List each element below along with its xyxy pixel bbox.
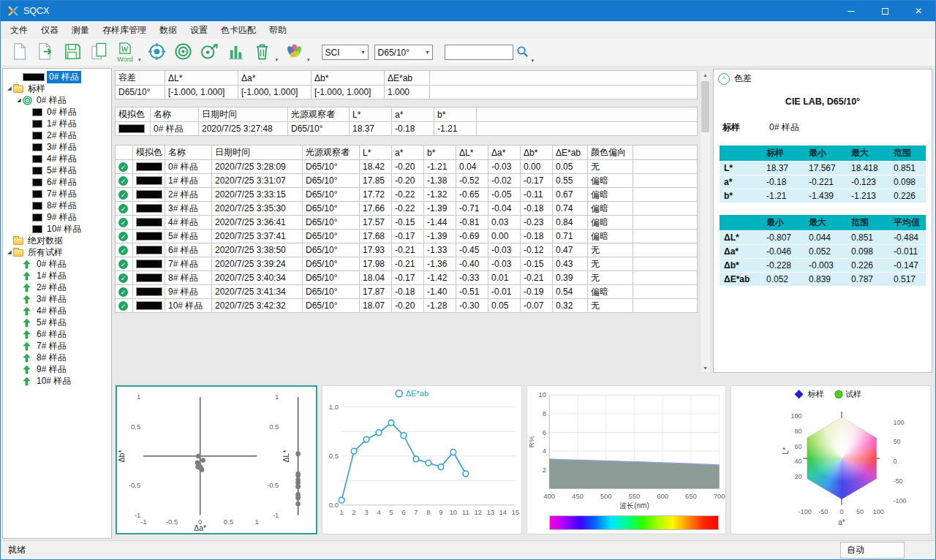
expander-icon[interactable]: ◢	[6, 86, 13, 91]
sample-row[interactable]: ✓4# 样品2020/7/25 3:36:41D65/10°17.57-0.15…	[116, 216, 698, 230]
export-word-button[interactable]: Word	[112, 40, 138, 65]
menu-item[interactable]: 设置	[184, 22, 214, 39]
menu-item[interactable]: 存样库管理	[96, 22, 153, 39]
charts-row: 10.5-0.5-1-1-0.500.51Δb*Δa*10.5-0.5-1ΔL*…	[112, 381, 935, 540]
svg-text:1.0: 1.0	[329, 403, 339, 411]
tree-item[interactable]: 绝对数据	[3, 235, 111, 246]
tree-item[interactable]: 2# 样品	[3, 281, 111, 293]
tolerance-cell: D65/10°	[116, 86, 165, 99]
tree-item[interactable]: 3# 样品	[3, 293, 111, 305]
tolerance-row[interactable]: D65/10°[-1.000, 1.000][-1.000, 1.000][-1…	[116, 86, 698, 99]
save-button[interactable]	[59, 40, 86, 65]
tree-item[interactable]: 6# 样品	[3, 176, 111, 188]
tree-item-label: 6# 样品	[45, 176, 79, 189]
diff-value: -0.18	[762, 175, 804, 189]
maximize-button[interactable]	[868, 1, 902, 21]
tree-item[interactable]: 5# 样品	[3, 317, 111, 328]
sample-row[interactable]: ✓10# 样品2020/7/25 3:42:32D65/10°18.07-0.2…	[116, 299, 698, 313]
toolbar-caret-icon[interactable]: ▾	[532, 58, 535, 64]
tree-item[interactable]: 6# 样品	[3, 328, 111, 340]
tree-item[interactable]: ◢所有试样	[3, 246, 111, 258]
svg-text:8: 8	[426, 508, 430, 516]
standard-row: 标样 0# 样品	[722, 121, 923, 134]
tree-item[interactable]: 8# 样品	[3, 352, 111, 363]
svg-text:20: 20	[795, 473, 802, 480]
sample-row[interactable]: ✓0# 样品2020/7/25 3:28:09D65/10°18.42-0.20…	[116, 160, 698, 174]
tree-item[interactable]: 10# 样品	[3, 223, 111, 235]
sample-row[interactable]: ✓2# 样品2020/7/25 3:33:15D65/10°17.72-0.22…	[116, 188, 698, 202]
tree-item[interactable]: 1# 样品	[3, 118, 111, 129]
close-button[interactable]: ✕	[902, 1, 935, 21]
scroll-down-arrow-icon[interactable]: ▼	[701, 366, 710, 371]
toolbar: Word▾▾▾ SCI ▾ D65/10° ▾ ▾	[1, 39, 935, 67]
calibrate-button[interactable]	[144, 40, 170, 65]
scrollbar-thumb[interactable]	[701, 81, 709, 132]
delete-button[interactable]	[249, 40, 276, 65]
copy-button[interactable]	[86, 40, 112, 65]
toolbar-caret-icon[interactable]: ▾	[307, 57, 310, 63]
sample-row[interactable]: ✓9# 样品2020/7/25 3:41:34D65/10°17.87-0.18…	[116, 285, 698, 299]
menu-item[interactable]: 仪器	[34, 22, 65, 39]
pass-check-icon: ✓	[118, 218, 128, 227]
measure-standard-button[interactable]	[170, 40, 197, 65]
toolbar-caret-icon[interactable]: ▾	[276, 57, 279, 63]
tree-item[interactable]: 0# 样品	[3, 71, 111, 83]
tree-item[interactable]: 5# 样品	[3, 164, 111, 176]
expander-icon[interactable]: ◢	[6, 249, 13, 255]
search-button[interactable]	[513, 44, 532, 61]
sample-row[interactable]: ✓7# 样品2020/7/25 3:39:24D65/10°17.98-0.21…	[116, 257, 698, 271]
menu-item[interactable]: 帮助	[263, 22, 293, 39]
menu-item[interactable]: 测量	[65, 22, 96, 39]
sample-row[interactable]: ✓1# 样品2020/7/25 3:31:07D65/10°17.85-0.20…	[116, 174, 698, 188]
samples-table: 模拟色名称日期时间光源观察者L*a*b*ΔL*Δa*Δb*ΔE*ab颜色偏向✓0…	[115, 145, 698, 313]
expander-icon[interactable]: ◢	[15, 97, 23, 103]
search-input[interactable]	[445, 45, 513, 60]
color-swatch	[136, 287, 162, 296]
tree-item[interactable]: 3# 样品	[3, 141, 111, 153]
vertical-scrollbar[interactable]: ▲ ▼	[700, 70, 711, 373]
collapse-panel-button[interactable]: ^	[718, 73, 730, 85]
tree-item[interactable]: 8# 样品	[3, 200, 111, 211]
dE-cell: 0.74	[553, 202, 588, 216]
svg-text:4: 4	[377, 508, 381, 516]
tree-item[interactable]: 2# 样品	[3, 129, 111, 141]
toolbar-caret-icon[interactable]: ▾	[138, 57, 141, 63]
tree-item[interactable]: 4# 样品	[3, 305, 111, 317]
tree-item[interactable]: 10# 样品	[3, 375, 111, 387]
svg-text:1: 1	[137, 393, 140, 401]
new-file-button[interactable]	[7, 40, 33, 65]
tree-item[interactable]: 9# 样品	[3, 211, 111, 223]
sample-row[interactable]: ✓3# 样品2020/7/25 3:35:30D65/10°17.66-0.22…	[116, 202, 698, 216]
tree-item[interactable]: 4# 样品	[3, 153, 111, 164]
color-palette-button[interactable]	[281, 40, 307, 65]
import-button[interactable]	[33, 40, 59, 65]
scroll-up-arrow-icon[interactable]: ▲	[701, 72, 710, 77]
statistics-button[interactable]	[223, 40, 249, 65]
standard-row[interactable]: 0# 样品2020/7/25 3:27:48D65/10°18.37-0.18-…	[116, 122, 698, 136]
menu-item[interactable]: 文件	[4, 22, 34, 39]
sample-row[interactable]: ✓8# 样品2020/7/25 3:40:34D65/10°18.04-0.17…	[116, 271, 698, 285]
tree-item[interactable]: 1# 样品	[3, 270, 111, 281]
menu-item[interactable]: 数据	[153, 22, 184, 39]
tree-item[interactable]: 7# 样品	[3, 340, 111, 352]
tree-item[interactable]: 9# 样品	[3, 363, 111, 375]
svg-text:40: 40	[795, 458, 802, 465]
minimize-button[interactable]	[834, 1, 868, 21]
diff-value: 0.052	[762, 273, 804, 287]
sample-row[interactable]: ✓5# 样品2020/7/25 3:37:41D65/10°17.68-0.17…	[116, 230, 698, 243]
measure-sample-button[interactable]	[197, 40, 223, 65]
tree-item[interactable]: 0# 样品	[3, 258, 111, 270]
measure-mode-select[interactable]: SCI ▾	[322, 45, 369, 60]
menu-item[interactable]: 色卡匹配	[214, 22, 263, 39]
col-header: ΔE*ab	[553, 145, 588, 160]
illuminant-observer-select[interactable]: D65/10° ▾	[374, 45, 433, 60]
diff-value: -0.221	[804, 175, 847, 189]
illuminant-cell: D65/10°	[303, 160, 360, 174]
tree-item[interactable]: ◢0# 样品	[3, 94, 111, 106]
col-header: 模拟色	[133, 145, 165, 160]
sample-row[interactable]: ✓6# 样品2020/7/25 3:38:50D65/10°17.93-0.21…	[116, 243, 698, 257]
tree-item[interactable]: 7# 样品	[3, 188, 111, 200]
tree-item[interactable]: ◢标样	[3, 83, 111, 94]
svg-text:13: 13	[486, 508, 494, 516]
tree-item[interactable]: 0# 样品	[3, 106, 111, 118]
